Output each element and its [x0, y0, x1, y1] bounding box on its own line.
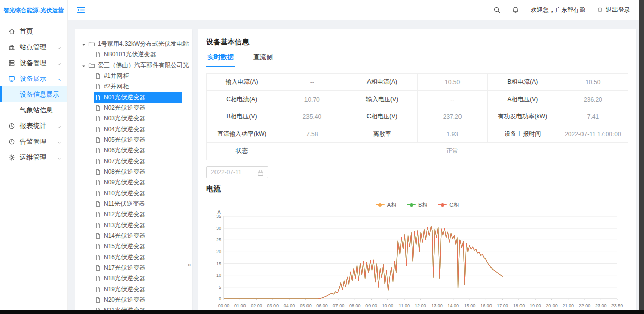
sidebar: 智光综合能源-光伏运营 首页站点管理设备管理设备展示设备信息展示气象站信息报表统… — [0, 0, 68, 310]
info-value-2-0: 235.40 — [277, 108, 347, 125]
menu-fold-icon[interactable] — [77, 6, 85, 14]
chart-legend: A相B相C相 — [206, 201, 628, 208]
logout-label: 退出登录 — [606, 6, 630, 14]
legend-dot-phase-c — [441, 203, 444, 207]
info-value-3-0: 7.58 — [277, 125, 347, 143]
tree-node-9[interactable]: N05光伏逆变器 — [81, 135, 189, 145]
device-detail-panel: 设备基本信息 实时数据直流侧 输入电流(A)--A相电流(A)10.50B相电流… — [198, 29, 636, 310]
legend-phase-a[interactable]: A相 — [376, 201, 396, 209]
file-icon — [95, 115, 101, 122]
tree-node-18[interactable]: N14光伏逆变器 — [81, 231, 189, 241]
tree-node-10[interactable]: N06光伏逆变器 — [81, 145, 189, 156]
legend-marker-phase-a — [376, 204, 385, 205]
legend-phase-c[interactable]: C相 — [438, 201, 459, 209]
tree-node-4[interactable]: #2并网柜 — [81, 81, 189, 92]
tree-node-22[interactable]: N18光伏逆变器 — [81, 273, 189, 284]
tree-device-label: N09光伏逆变器 — [104, 178, 145, 187]
tree-node-13[interactable]: N09光伏逆变器 — [81, 177, 189, 188]
file-icon — [95, 169, 101, 175]
date-picker[interactable]: 2022-07-11 — [206, 166, 268, 178]
svg-text:08:00: 08:00 — [349, 303, 361, 308]
sidebar-item-site-management[interactable]: 站点管理 — [0, 39, 67, 55]
svg-text:A: A — [217, 210, 221, 215]
sidebar-item-alarm-management[interactable]: 告警管理 — [0, 134, 67, 149]
tree-device-label: N06光伏逆变器 — [104, 146, 145, 155]
sidebar-nav: 首页站点管理设备管理设备展示设备信息展示气象站信息报表统计告警管理运维管理 — [0, 20, 67, 165]
caret-down-icon[interactable] — [81, 42, 86, 47]
tree-node-16[interactable]: N12光伏逆变器 — [81, 209, 189, 220]
tree-device-inner: N14光伏逆变器 — [94, 231, 182, 241]
tree-node-19[interactable]: N15光伏逆变器 — [81, 241, 189, 252]
tree-node-5[interactable]: N01光伏逆变器 — [81, 92, 189, 103]
tree-device-inner: N21光伏逆变器 — [94, 306, 182, 310]
tree-node-12[interactable]: N08光伏逆变器 — [81, 167, 189, 177]
svg-text:03:00: 03:00 — [267, 303, 279, 308]
tree-device-inner: N03光伏逆变器 — [94, 114, 182, 124]
tree-node-15[interactable]: N11光伏逆变器 — [81, 199, 189, 209]
tree-node-24[interactable]: N20光伏逆变器 — [81, 295, 189, 305]
info-label-3-0: 直流输入功率(kW) — [207, 125, 277, 143]
tree-node-0[interactable]: 1号家用4.32kW分布式光伏发电站 — [81, 39, 189, 49]
tree-device-inner: N09光伏逆变器 — [94, 178, 182, 188]
sidebar-subitem-weather-station-info[interactable]: 气象站信息 — [0, 102, 67, 118]
sidebar-item-label: 告警管理 — [20, 137, 57, 146]
device-tree-panel: 1号家用4.32kW分布式光伏发电站NB0101光伏逆变器爱三（佛山）汽车部件有… — [75, 29, 192, 310]
svg-text:5: 5 — [219, 285, 221, 290]
tree-node-3[interactable]: #1并网柜 — [81, 71, 189, 81]
info-value-0-1: 10.50 — [418, 74, 488, 91]
file-icon — [95, 254, 101, 261]
browser-scrollbar[interactable] — [639, 0, 644, 314]
tree-node-21[interactable]: N17光伏逆变器 — [81, 263, 189, 273]
tab-realtime-data[interactable]: 实时数据 — [206, 53, 235, 67]
search-icon[interactable] — [493, 6, 501, 14]
tree-node-2[interactable]: 爱三（佛山）汽车部件有限公司光伏发 — [81, 60, 189, 71]
sidebar-subitem-label: 设备信息展示 — [20, 90, 59, 99]
sidebar-item-device-management[interactable]: 设备管理 — [0, 55, 67, 71]
file-icon — [95, 179, 101, 186]
tree-node-11[interactable]: N07光伏逆变器 — [81, 156, 189, 167]
tree-node-25[interactable]: N21光伏逆变器 — [81, 305, 189, 310]
sidebar-item-home[interactable]: 首页 — [0, 23, 67, 39]
tree-device-label: N01光伏逆变器 — [104, 93, 145, 102]
tree-node-20[interactable]: N16光伏逆变器 — [81, 252, 189, 263]
tree-node-14[interactable]: N10光伏逆变器 — [81, 188, 189, 199]
tree-node-7[interactable]: N03光伏逆变器 — [81, 113, 189, 124]
legend-phase-b[interactable]: B相 — [407, 201, 427, 209]
tree-device-inner: N17光伏逆变器 — [94, 263, 182, 273]
topbar: 欢迎您，广东智有盈 退出登录 — [68, 0, 639, 20]
svg-text:21:00: 21:00 — [562, 303, 574, 308]
tree-device-label: N20光伏逆变器 — [104, 296, 145, 304]
tree-node-1[interactable]: NB0101光伏逆变器 — [81, 49, 189, 60]
tab-dc-side[interactable]: 直流侧 — [252, 53, 274, 67]
file-icon — [95, 94, 101, 101]
tree-node-23[interactable]: N19光伏逆变器 — [81, 284, 189, 295]
info-value-3-2: 2022-07-11 17:00:00 — [558, 125, 628, 143]
logout-button[interactable]: 退出登录 — [597, 6, 630, 14]
sidebar-subitem-device-info-display[interactable]: 设备信息展示 — [0, 86, 67, 102]
tree-node-17[interactable]: N13光伏逆变器 — [81, 220, 189, 231]
svg-text:30: 30 — [216, 226, 221, 231]
file-icon — [95, 297, 101, 303]
file-icon — [95, 51, 101, 58]
tree-device-inner: N02光伏逆变器 — [94, 103, 182, 113]
sidebar-item-ops-management[interactable]: 运维管理 — [0, 149, 67, 165]
panel-collapse-handle[interactable]: « — [188, 261, 191, 268]
current-line-chart: 0510152025303500:0001:0002:0003:0004:000… — [206, 209, 623, 310]
tab-bar: 实时数据直流侧 — [206, 53, 628, 67]
caret-down-icon[interactable] — [81, 63, 86, 68]
info-label-1-2: A相电压(V) — [488, 91, 558, 108]
notification-bell-icon[interactable] — [512, 6, 519, 14]
tree-device-label: N12光伏逆变器 — [104, 210, 145, 219]
tree-node-6[interactable]: N02光伏逆变器 — [81, 103, 189, 113]
file-icon — [95, 275, 101, 282]
status-value: 正常 — [277, 143, 628, 160]
tree-device-inner: N06光伏逆变器 — [94, 146, 182, 156]
sidebar-item-report-statistics[interactable]: 报表统计 — [0, 118, 67, 134]
display-icon — [8, 75, 15, 82]
tree-device-inner: N07光伏逆变器 — [94, 156, 182, 167]
tree-device-label: N02光伏逆变器 — [104, 104, 145, 112]
svg-text:02:00: 02:00 — [251, 303, 262, 308]
svg-text:10: 10 — [216, 273, 221, 278]
tree-node-8[interactable]: N04光伏逆变器 — [81, 124, 189, 135]
sidebar-item-device-display[interactable]: 设备展示 — [0, 71, 67, 86]
